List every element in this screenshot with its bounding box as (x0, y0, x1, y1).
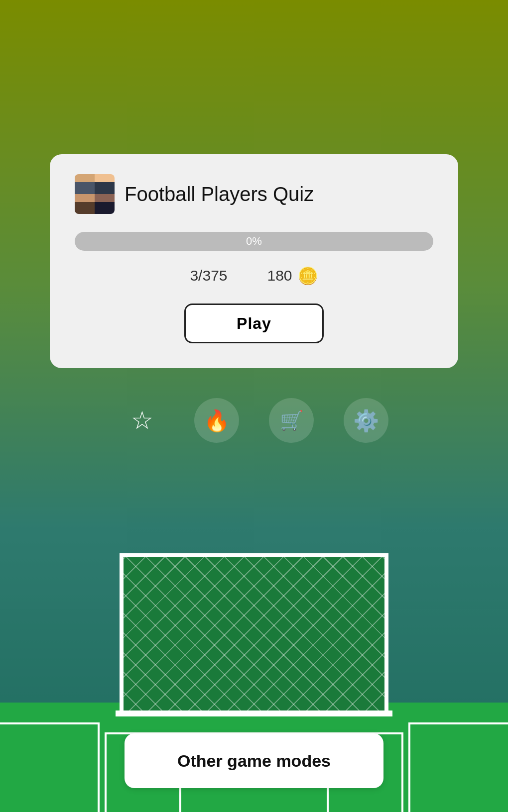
coins-value: 180 (267, 267, 292, 284)
gear-icon: ⚙️ (353, 408, 379, 433)
stats-row: 3/375 180 🪙 (75, 266, 433, 286)
score-display: 3/375 (190, 267, 227, 284)
player-thumb-3 (75, 194, 95, 214)
right-line (408, 722, 508, 812)
player-thumb-2 (95, 174, 115, 194)
favorites-button[interactable]: ☆ (120, 398, 164, 443)
play-button-wrapper: Play (75, 304, 433, 343)
goal-base (116, 710, 392, 716)
settings-button[interactable]: ⚙️ (344, 398, 388, 443)
coins-display: 180 🪙 (267, 266, 318, 286)
star-icon: ☆ (131, 408, 153, 433)
quiz-card: Football Players Quiz 0% 3/375 180 🪙 Pla… (50, 154, 458, 368)
quiz-title: Football Players Quiz (125, 183, 314, 205)
other-game-modes-button[interactable]: Other game modes (125, 733, 383, 788)
left-line (0, 722, 100, 812)
progress-label: 0% (246, 235, 262, 248)
shop-button[interactable]: 🛒 (269, 398, 314, 443)
play-button[interactable]: Play (184, 304, 324, 343)
player-thumb-1 (75, 174, 95, 194)
goal-post (120, 553, 388, 712)
player-avatars (75, 174, 115, 214)
fire-icon: 🔥 (204, 408, 230, 433)
progress-bar-container: 0% (75, 232, 433, 251)
card-header: Football Players Quiz (75, 174, 433, 214)
cart-icon: 🛒 (280, 409, 303, 431)
score-value: 3/375 (190, 267, 227, 284)
icon-bar: ☆ 🔥 🛒 ⚙️ (120, 398, 388, 443)
goal-net (124, 557, 384, 712)
hot-button[interactable]: 🔥 (194, 398, 239, 443)
coin-icon: 🪙 (297, 266, 318, 286)
player-thumb-4 (95, 194, 115, 214)
